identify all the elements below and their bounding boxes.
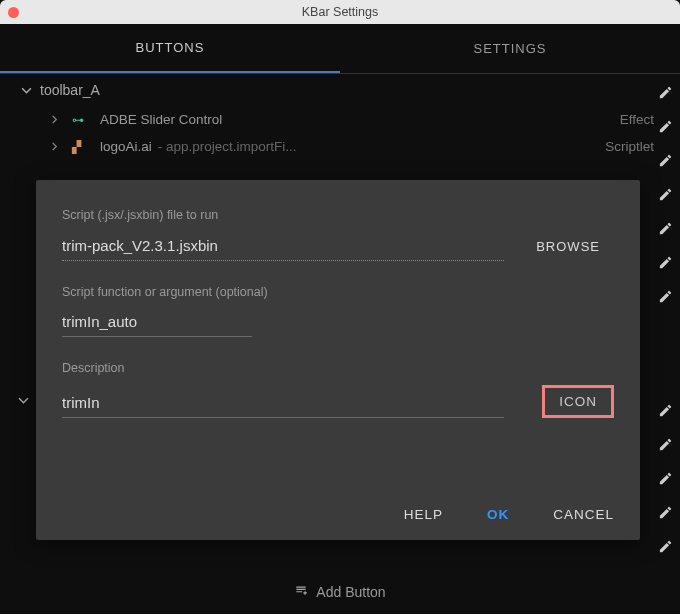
slider-icon: ⊶ (72, 113, 92, 127)
section-toolbar-a[interactable]: toolbar_A (0, 74, 680, 106)
tab-bar: BUTTONS SETTINGS (0, 24, 680, 74)
help-button[interactable]: HELP (404, 507, 443, 522)
edit-column (650, 75, 680, 563)
edit-icon[interactable] (650, 279, 680, 313)
modal-actions: HELP OK CANCEL (62, 483, 614, 522)
button-row[interactable]: ⊶ ADBE Slider Control Effect (0, 106, 680, 133)
edit-icon[interactable] (650, 427, 680, 461)
add-button-row[interactable]: Add Button (0, 583, 680, 600)
script-function-label: Script function or argument (optional) (62, 285, 614, 299)
browse-button[interactable]: BROWSE (522, 232, 614, 261)
script-function-field: Script function or argument (optional) (62, 285, 614, 337)
section-collapsed[interactable] (18, 392, 29, 410)
row-type: Scriptlet (605, 139, 654, 154)
icon-button[interactable]: ICON (542, 385, 614, 418)
script-file-input[interactable] (62, 233, 504, 261)
description-input[interactable] (62, 390, 504, 418)
edit-icon[interactable] (650, 211, 680, 245)
row-type: Effect (620, 112, 654, 127)
edit-icon[interactable] (650, 245, 680, 279)
add-icon (294, 583, 308, 600)
window-traffic-lights (8, 7, 19, 18)
edit-icon[interactable] (650, 461, 680, 495)
ok-button[interactable]: OK (487, 507, 509, 522)
script-file-label: Script (.jsx/.jsxbin) file to run (62, 208, 614, 222)
chevron-down-icon (18, 85, 34, 96)
script-file-field: Script (.jsx/.jsxbin) file to run BROWSE (62, 208, 614, 261)
chevron-right-icon (46, 139, 62, 154)
button-row[interactable]: ▞ logoAi.ai - app.project.importFi... Sc… (0, 133, 680, 160)
edit-icon[interactable] (650, 75, 680, 109)
edit-icon[interactable] (650, 495, 680, 529)
edit-button-modal: Script (.jsx/.jsxbin) file to run BROWSE… (36, 180, 640, 540)
edit-icon[interactable] (650, 393, 680, 427)
row-label: logoAi.ai (100, 139, 152, 154)
script-function-input[interactable] (62, 309, 252, 337)
tab-buttons[interactable]: BUTTONS (0, 24, 340, 73)
window-titlebar: KBar Settings (0, 0, 680, 24)
add-button-label: Add Button (316, 584, 385, 600)
chevron-right-icon (46, 112, 62, 127)
edit-icon[interactable] (650, 143, 680, 177)
window-title: KBar Settings (0, 5, 680, 19)
tab-settings[interactable]: SETTINGS (340, 24, 680, 73)
edit-icon[interactable] (650, 109, 680, 143)
description-field: Description ICON (62, 361, 614, 418)
edit-icon[interactable] (650, 177, 680, 211)
section-label: toolbar_A (40, 82, 100, 98)
cancel-button[interactable]: CANCEL (553, 507, 614, 522)
edit-icon[interactable] (650, 529, 680, 563)
row-extra: - app.project.importFi... (158, 139, 297, 154)
file-icon: ▞ (72, 140, 92, 154)
description-label: Description (62, 361, 614, 375)
row-label: ADBE Slider Control (100, 112, 222, 127)
close-window-icon[interactable] (8, 7, 19, 18)
